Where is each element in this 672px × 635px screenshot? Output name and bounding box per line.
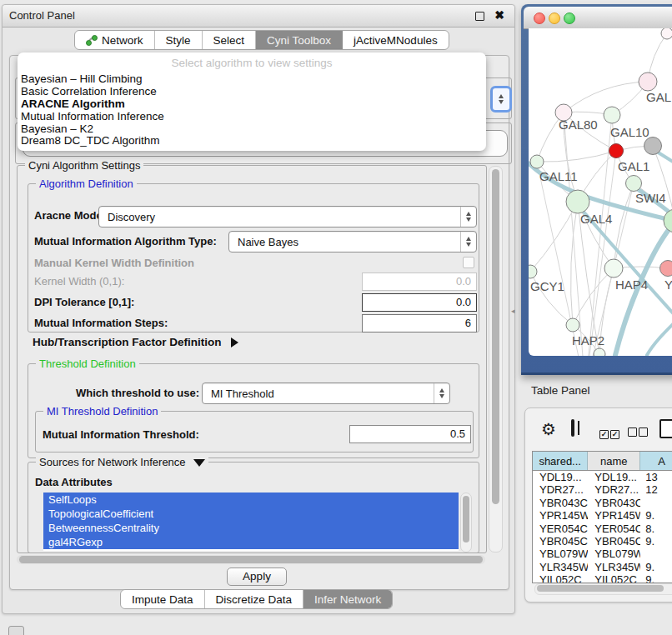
network-node-swi4[interactable] — [626, 176, 642, 192]
desktop: { "control_panel": { "title": "Control P… — [0, 0, 672, 635]
network-node-gal1[interactable] — [609, 144, 624, 158]
table-row[interactable]: YLR345WYLR345W9. — [533, 561, 672, 573]
network-node[interactable] — [644, 138, 662, 155]
deselect-all-checkboxes-icon[interactable] — [628, 425, 648, 440]
attribute-item-gal4rgexp[interactable]: gal4RGexp — [43, 535, 459, 549]
control-panel-titlebar[interactable]: Control Panel ✖ — [3, 5, 514, 28]
network-node-gal[interactable] — [639, 72, 657, 91]
attribute-item-topologicalcoefficient[interactable]: TopologicalCoefficient — [43, 507, 459, 521]
dropdown-item-bayesian-hill-climbing[interactable]: Bayesian – Hill Climbing — [18, 73, 486, 86]
table-cell — [640, 548, 672, 560]
network-node-label: GAL1 — [618, 159, 649, 173]
split-columns-icon[interactable] — [571, 419, 574, 437]
dropdown-item-aracne-algorithm[interactable]: ARACNE Algorithm — [18, 98, 486, 111]
network-icon — [86, 35, 97, 45]
network-node[interactable] — [661, 28, 672, 39]
table-row[interactable]: YBR043CYBR043C — [533, 497, 672, 509]
attributes-list-scrollbar[interactable] — [460, 492, 472, 552]
table-horizontal-scrollbar[interactable] — [534, 583, 672, 595]
tab-infer-network[interactable]: Infer Network — [303, 590, 392, 608]
network-node-gcy1[interactable] — [529, 265, 537, 278]
table-row[interactable]: YPR145WYPR145W9. — [533, 509, 672, 522]
table-row[interactable]: YIL052CYIL052C9. — [533, 573, 672, 583]
panel-collapse-arrow-icon[interactable]: ◂ — [511, 307, 515, 315]
settings-vertical-scrollbar[interactable] — [489, 166, 503, 552]
manual-kernel-checkbox[interactable] — [463, 257, 474, 268]
kernel-width-field[interactable]: 0.0 — [362, 272, 477, 291]
settings-horizontal-scrollbar[interactable] — [17, 555, 485, 564]
apply-button[interactable]: Apply — [227, 568, 287, 586]
table-row[interactable]: YDR27...YDR27...12 — [533, 483, 672, 496]
tab-label: Style — [166, 34, 191, 47]
column-header-a[interactable]: A — [640, 452, 672, 470]
dropdown-item-basic-correlation-inference[interactable]: Basic Correlation Inference — [18, 86, 486, 98]
table-row[interactable]: YBR045CYBR045C9. — [533, 535, 672, 548]
manual-kernel-label: Manual Kernel Width Definition — [34, 257, 194, 269]
tab-label: jActiveMNodules — [354, 34, 438, 47]
network-node[interactable] — [664, 209, 672, 232]
network-window-titlebar[interactable] — [524, 7, 672, 29]
table-cell: 8. — [640, 522, 672, 535]
tab-label: Cyni Toolbox — [267, 34, 331, 47]
network-edge — [530, 202, 578, 272]
table-row[interactable]: YER054CYER054C8. — [533, 522, 672, 535]
dropdown-item-mutual-information-inference[interactable]: Mutual Information Inference — [18, 111, 486, 123]
network-node[interactable] — [594, 348, 605, 356]
select-all-checkboxes-icon[interactable]: ✓✓ — [599, 425, 619, 440]
mi-threshold-field[interactable]: 0.5 — [349, 425, 471, 443]
mi-steps-field[interactable]: 6 — [362, 314, 477, 332]
tab-label: Select — [213, 34, 245, 47]
gear-icon[interactable]: ⚙ — [541, 421, 556, 438]
table-header-row: shared...nameA — [533, 452, 672, 471]
network-node-y[interactable] — [660, 261, 672, 277]
network-node-label: HAP4 — [615, 278, 648, 292]
table-cell: YBR045C — [588, 535, 640, 548]
document-icon[interactable] — [659, 419, 672, 438]
hub-definition-toggle[interactable]: Hub/Transcription Factor Definition — [33, 336, 238, 348]
table-row[interactable]: YDL19...YDL19...13 — [533, 471, 672, 483]
attribute-item-betweennesscentrality[interactable]: BetweennessCentrality — [43, 521, 459, 535]
tab-discretize-data[interactable]: Discretize Data — [205, 590, 304, 608]
table-row[interactable]: YBL079WYBL079W — [533, 548, 672, 560]
minimize-traffic-light[interactable] — [549, 12, 560, 24]
corner-widget-icon[interactable] — [8, 626, 24, 635]
close-traffic-light[interactable] — [534, 12, 545, 24]
tab-cyni-toolbox[interactable]: Cyni Toolbox — [256, 31, 343, 49]
network-node-gal11[interactable] — [530, 155, 544, 168]
float-window-icon[interactable] — [475, 12, 484, 21]
threshold-definition-title: Threshold Definition — [36, 358, 139, 370]
tab-impute-data[interactable]: Impute Data — [121, 590, 205, 608]
column-header-name[interactable]: name — [588, 452, 640, 470]
table-cell: YBR045C — [533, 535, 588, 548]
network-node-gal4[interactable] — [566, 190, 589, 213]
zoom-traffic-light[interactable] — [564, 12, 575, 24]
sources-title[interactable]: Sources for Network Inference — [36, 456, 208, 468]
network-node-gal10[interactable] — [604, 107, 620, 123]
dropdown-placeholder: Select algorithm to view settings — [18, 52, 486, 73]
threshold-definition-group: Threshold Definition Which threshold to … — [28, 363, 479, 458]
which-threshold-combo[interactable]: MI Threshold — [202, 382, 450, 404]
tab-network[interactable]: Network — [75, 31, 155, 49]
table-cell: 9. — [640, 509, 672, 522]
close-icon[interactable]: ✖ — [494, 8, 504, 22]
mi-type-label: Mutual Information Algorithm Type: — [34, 235, 217, 248]
dropdown-item-dream8-dc-tdc-algorithm[interactable]: Dream8 DC_TDC Algorithm — [18, 135, 486, 148]
network-node-hap2[interactable] — [566, 318, 579, 332]
network-canvas[interactable]: GALGAL80GAL10GAL1GAL11SWI4GAL4GCY1HAP4YH… — [529, 28, 672, 356]
tab-select[interactable]: Select — [203, 31, 257, 49]
attribute-item-selfloops[interactable]: SelfLoops — [43, 492, 459, 507]
algorithm-combo-focus[interactable] — [490, 86, 512, 112]
dpi-tolerance-field[interactable]: 0.0 — [362, 293, 477, 312]
algorithm-definition-title: Algorithm Definition — [36, 178, 137, 190]
aracne-mode-combo[interactable]: Discovery — [98, 206, 477, 228]
data-attributes-list[interactable]: SelfLoopsTopologicalCoefficientBetweenne… — [43, 492, 459, 551]
window-title: Control Panel — [9, 9, 75, 22]
table-cell: 13 — [640, 471, 672, 483]
tab-jactivemnodules[interactable]: jActiveMNodules — [343, 31, 449, 49]
column-header-shared[interactable]: shared... — [533, 452, 588, 470]
expand-down-icon — [193, 459, 205, 467]
tab-style[interactable]: Style — [155, 31, 203, 49]
dropdown-item-bayesian-k2[interactable]: Bayesian – K2 — [18, 123, 486, 136]
mi-type-combo[interactable]: Naive Bayes — [228, 231, 477, 252]
network-node-hap4[interactable] — [604, 259, 623, 278]
